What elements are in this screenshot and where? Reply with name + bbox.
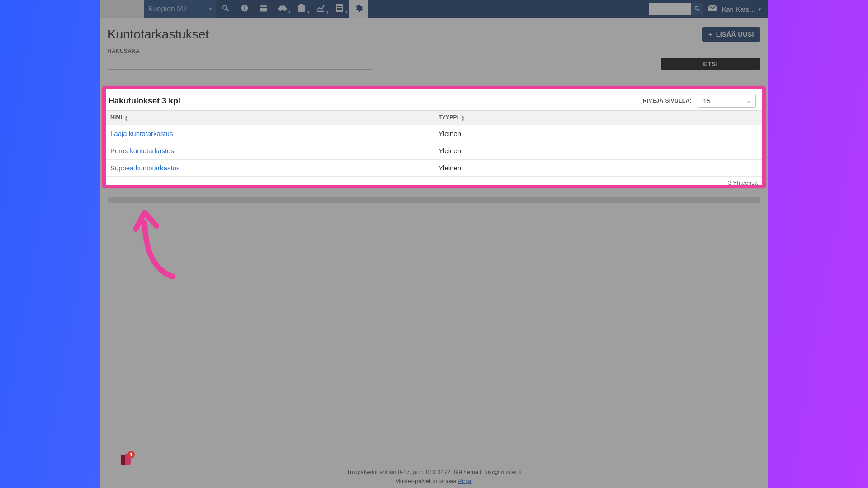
- content-divider: [108, 197, 760, 203]
- search-field: HAKUSANA: [108, 48, 372, 70]
- navbar: Kuopion M2 ▾: [100, 0, 768, 18]
- row-type: Yleinen: [434, 125, 762, 142]
- footer-line1: Tukipalvelut arkisin 8-17, puh: 010 3472…: [100, 468, 768, 477]
- svg-point-0: [223, 5, 227, 9]
- col-header-type[interactable]: TYYPPI ▴▾: [434, 111, 762, 125]
- rows-per-page-select[interactable]: 15 ⌄: [698, 94, 756, 108]
- gear-icon: [354, 4, 363, 15]
- results-header: Hakutulokset 3 kpl RIVEJÄ SIVULLA: 15 ⌄: [106, 89, 762, 110]
- user-menu[interactable]: Kari Kats… ▾: [722, 5, 761, 13]
- svg-rect-17: [337, 8, 342, 9]
- col-header-name[interactable]: NIMI ▴▾: [106, 111, 434, 125]
- page-header: Kuntotarkastukset + LISÄÄ UUSI: [100, 18, 768, 46]
- svg-rect-18: [337, 9, 342, 10]
- info-icon: [241, 4, 249, 14]
- global-search: [649, 3, 703, 15]
- svg-rect-10: [278, 8, 287, 10]
- nav-clipboard-button[interactable]: [292, 0, 311, 18]
- sort-icon: ▴▾: [462, 115, 464, 121]
- sort-icon: ▴▾: [125, 115, 127, 121]
- nav-icons: [216, 0, 368, 18]
- svg-rect-3: [244, 7, 245, 9]
- results-title: Hakutulokset 3 kpl: [108, 96, 180, 106]
- row-type: Yleinen: [434, 159, 762, 176]
- svg-text:1: 1: [130, 452, 132, 457]
- row-name-link[interactable]: Laaja kuntotarkastus: [110, 130, 173, 137]
- row-name-link[interactable]: Suppea kuntotarkastus: [110, 164, 179, 172]
- filter-row: HAKUSANA ETSI: [100, 46, 768, 76]
- rows-per-page-label: RIVEJÄ SIVULLA:: [643, 98, 692, 104]
- row-name-link[interactable]: Perus kuntotarkastus: [110, 147, 174, 155]
- org-selector[interactable]: Kuopion M2 ▾: [144, 0, 216, 18]
- svg-rect-4: [244, 6, 245, 7]
- nav-calendar-button[interactable]: [254, 0, 273, 18]
- svg-rect-8: [262, 4, 263, 6]
- car-icon: [278, 4, 288, 14]
- org-selected-label: Kuopion M2: [148, 5, 187, 13]
- results-footer: 3 Yhteensä: [106, 177, 762, 185]
- rows-per-page-value: 15: [703, 97, 711, 105]
- svg-line-20: [698, 9, 700, 11]
- mail-icon: [708, 5, 717, 14]
- notification-badge[interactable]: 1: [116, 449, 137, 470]
- svg-point-12: [284, 9, 286, 11]
- page-title: Kuntotarkastukset: [108, 27, 209, 42]
- svg-rect-16: [337, 6, 342, 7]
- clipboard-icon: [298, 4, 305, 15]
- user-name: Kari Kats…: [722, 5, 756, 13]
- nav-vehicle-button[interactable]: [273, 0, 292, 18]
- global-search-input[interactable]: [649, 3, 691, 15]
- chevron-down-icon: ▾: [759, 6, 761, 12]
- add-new-label: LISÄÄ UUSI: [716, 31, 754, 38]
- svg-rect-13: [298, 5, 305, 12]
- list-icon: [336, 4, 343, 14]
- search-button[interactable]: ETSI: [661, 58, 760, 70]
- table-row: Perus kuntotarkastus Yleinen: [106, 142, 762, 159]
- search-button-label: ETSI: [703, 61, 718, 67]
- svg-line-1: [226, 9, 229, 11]
- footer-provider-link[interactable]: Pinja: [458, 478, 471, 484]
- row-type: Yleinen: [434, 142, 762, 159]
- results-panel: Hakutulokset 3 kpl RIVEJÄ SIVULLA: 15 ⌄ …: [102, 86, 766, 188]
- search-icon: [222, 4, 230, 14]
- nav-search-button[interactable]: [216, 0, 235, 18]
- chart-icon: [316, 4, 325, 14]
- app-frame: Kuopion M2 ▾: [100, 0, 768, 488]
- logo: [100, 0, 144, 18]
- plus-icon: +: [708, 31, 712, 38]
- footer-line2: Muster-palvelun tarjoaa Pinja.: [100, 477, 768, 486]
- app-footer: Tukipalvelut arkisin 8-17, puh: 010 3472…: [100, 468, 768, 485]
- rows-per-page: RIVEJÄ SIVULLA: 15 ⌄: [643, 94, 756, 108]
- search-input[interactable]: [108, 56, 372, 70]
- global-search-button[interactable]: [691, 3, 703, 15]
- table-row: Laaja kuntotarkastus Yleinen: [106, 125, 762, 142]
- nav-settings-button[interactable]: [349, 0, 368, 18]
- nav-mail-button[interactable]: [703, 5, 722, 14]
- search-icon: [694, 5, 700, 13]
- chevron-down-icon: ▾: [209, 6, 212, 12]
- table-row: Suppea kuntotarkastus Yleinen: [106, 159, 762, 176]
- nav-info-button[interactable]: [235, 0, 254, 18]
- svg-point-19: [695, 6, 698, 9]
- add-new-button[interactable]: + LISÄÄ UUSI: [702, 27, 760, 42]
- svg-point-11: [280, 9, 282, 11]
- nav-list-button[interactable]: [330, 0, 349, 18]
- nav-right: Kari Kats… ▾: [649, 3, 768, 15]
- search-label: HAKUSANA: [108, 48, 372, 54]
- page-body: Kuntotarkastukset + LISÄÄ UUSI HAKUSANA …: [100, 18, 768, 76]
- nav-reports-button[interactable]: [311, 0, 330, 18]
- results-table: NIMI ▴▾ TYYPPI ▴▾ Laaja kuntotarkastus Y…: [106, 110, 762, 177]
- calendar-icon: [259, 4, 268, 15]
- svg-rect-14: [300, 4, 303, 5]
- chevron-down-icon: ⌄: [746, 98, 751, 104]
- svg-rect-9: [265, 4, 266, 6]
